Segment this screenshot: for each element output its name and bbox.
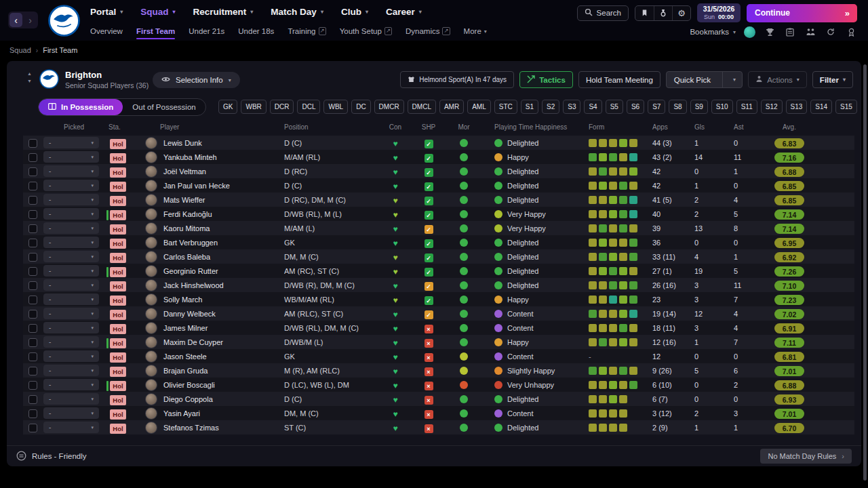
row-checkbox[interactable] <box>28 367 37 375</box>
position-filter-s1[interactable]: S1 <box>521 100 538 114</box>
picked-dropdown[interactable]: -▾ <box>43 365 99 376</box>
subnav-overview[interactable]: Overview <box>90 27 123 39</box>
col-happiness[interactable]: Playing Time Happiness <box>482 123 585 131</box>
gear-icon[interactable]: ⚙ <box>672 6 690 20</box>
continue-button[interactable]: Continue » <box>747 4 857 22</box>
row-checkbox[interactable] <box>28 324 37 333</box>
picked-dropdown[interactable]: -▾ <box>43 407 99 419</box>
player-name[interactable]: Yasin Ayari <box>163 409 200 418</box>
col-sharpness[interactable]: SHP <box>412 123 446 131</box>
position-filter-s12[interactable]: S12 <box>761 100 783 114</box>
col-goals[interactable]: Gls <box>690 123 730 131</box>
position-filter-s7[interactable]: S7 <box>648 100 665 114</box>
position-filter-s3[interactable]: S3 <box>563 100 580 114</box>
row-checkbox[interactable] <box>28 196 37 205</box>
table-row[interactable]: -▾ Hol Ferdi Kadıoğlu D/WB (RL), M (L) ♥… <box>23 207 854 221</box>
row-checkbox[interactable] <box>28 153 37 162</box>
player-name[interactable]: Kaoru Mitoma <box>163 224 210 232</box>
position-filter-wbr[interactable]: WBR <box>241 100 266 114</box>
actions-dropdown[interactable]: Actions ▾ <box>748 71 807 88</box>
menu-recruitment[interactable]: Recruitment▾ <box>193 7 254 17</box>
table-row[interactable]: -▾ Hol Carlos Baleba DM, M (C) ♥ ✓ Delig… <box>23 249 854 264</box>
row-checkbox[interactable] <box>28 182 37 190</box>
row-checkbox[interactable] <box>28 267 37 276</box>
collapse-controls[interactable]: ▲ ▼ <box>27 71 32 83</box>
col-form[interactable]: Form <box>585 123 648 131</box>
table-row[interactable]: -▾ Hol Brajan Gruda M (R), AM (RLC) ♥ × … <box>23 363 854 378</box>
position-filter-s5[interactable]: S5 <box>606 100 623 114</box>
club-crest[interactable] <box>48 5 80 37</box>
position-filter-dmcl[interactable]: DMCL <box>408 100 436 114</box>
player-name[interactable]: Solly March <box>163 296 202 304</box>
row-checkbox[interactable] <box>28 253 37 262</box>
bookmarks-dropdown[interactable]: Bookmarks ▾ <box>690 28 736 36</box>
player-name[interactable]: Diego Coppola <box>163 395 213 403</box>
picked-dropdown[interactable]: -▾ <box>43 251 99 262</box>
picked-dropdown[interactable]: -▾ <box>43 379 99 390</box>
tactics-button[interactable]: Tactics <box>519 71 573 88</box>
col-apps[interactable]: Apps <box>648 123 690 131</box>
picked-dropdown[interactable]: -▾ <box>43 208 99 220</box>
in-possession-tab[interactable]: In Possession <box>39 99 123 115</box>
table-row[interactable]: -▾ Hol Joël Veltman D (RC) ♥ ✓ Delighted… <box>23 164 854 178</box>
picked-dropdown[interactable]: -▾ <box>43 336 99 348</box>
table-row[interactable]: -▾ Hol Jan Paul van Hecke D (C) ♥ ✓ Deli… <box>23 178 854 192</box>
picked-dropdown[interactable]: -▾ <box>43 137 99 148</box>
table-row[interactable]: -▾ Hol Jack Hinshelwood D/WB (R), DM, M … <box>23 278 854 292</box>
player-name[interactable]: Olivier Boscagli <box>163 381 215 389</box>
picked-dropdown[interactable]: -▾ <box>43 222 99 234</box>
table-row[interactable]: -▾ Hol Jason Steele GK ♥ × Content - 12 … <box>23 349 854 363</box>
subnav-under-21s[interactable]: Under 21s <box>189 27 224 39</box>
picked-dropdown[interactable]: -▾ <box>43 194 99 205</box>
col-picked[interactable]: Picked <box>43 123 104 131</box>
player-name[interactable]: Ferdi Kadıoğlu <box>163 210 212 218</box>
position-filter-dcr[interactable]: DCR <box>270 100 294 114</box>
col-assists[interactable]: Ast <box>730 123 770 131</box>
position-filter-dcl[interactable]: DCL <box>297 100 320 114</box>
col-player[interactable]: Player <box>142 123 284 131</box>
sync-icon[interactable] <box>825 26 837 38</box>
date-display[interactable]: 31/5/2026 Sun 00:00 <box>697 3 741 22</box>
player-name[interactable]: Danny Welbeck <box>163 310 216 318</box>
position-filter-s14[interactable]: S14 <box>810 100 832 114</box>
row-checkbox[interactable] <box>28 338 37 347</box>
table-row[interactable]: -▾ Hol Solly March WB/M/AM (RL) ♥ ✓ Happ… <box>23 292 854 306</box>
player-name[interactable]: Bart Verbruggen <box>163 239 218 247</box>
position-filter-s10[interactable]: S10 <box>711 100 733 114</box>
forward-button[interactable]: › <box>24 13 37 27</box>
table-row[interactable]: -▾ Hol Bart Verbruggen GK ♥ ✓ Delighted … <box>23 235 854 249</box>
row-checkbox[interactable] <box>28 210 37 219</box>
match-day-rules-button[interactable]: No Match Day Rules › <box>760 449 852 464</box>
picked-dropdown[interactable]: -▾ <box>43 265 99 277</box>
trophy-icon[interactable] <box>764 26 776 38</box>
col-position[interactable]: Position <box>284 123 379 131</box>
picked-dropdown[interactable]: -▾ <box>43 308 99 319</box>
position-filter-s13[interactable]: S13 <box>786 100 808 114</box>
player-name[interactable]: Carlos Baleba <box>163 253 210 261</box>
filter-dropdown[interactable]: Filter ▾ <box>812 71 853 88</box>
subnav-dynamics[interactable]: Dynamics↗ <box>406 27 450 39</box>
player-name[interactable]: Yankuba Minteh <box>163 153 217 161</box>
picked-dropdown[interactable]: -▾ <box>43 279 99 291</box>
position-filter-stc[interactable]: STC <box>494 100 517 114</box>
row-checkbox[interactable] <box>28 239 37 247</box>
subnav-training[interactable]: Training↗ <box>288 27 326 39</box>
subnav-under-18s[interactable]: Under 18s <box>238 27 274 39</box>
profile-avatar[interactable] <box>744 26 755 38</box>
bookmark-flag-icon[interactable] <box>635 6 654 20</box>
quick-pick-dropdown[interactable]: ▾ <box>727 72 742 87</box>
player-name[interactable]: Brajan Gruda <box>163 367 208 375</box>
player-name[interactable]: Jack Hinshelwood <box>163 281 224 289</box>
position-filter-s2[interactable]: S2 <box>542 100 559 114</box>
row-checkbox[interactable] <box>28 281 37 290</box>
selection-info-dropdown[interactable]: Selection Info ▾ <box>153 72 240 88</box>
menu-career[interactable]: Career▾ <box>386 7 422 17</box>
row-checkbox[interactable] <box>28 139 37 148</box>
hold-team-meeting-button[interactable]: Hold Team Meeting <box>578 71 660 88</box>
player-name[interactable]: Mats Wieffer <box>163 196 205 204</box>
position-filter-s11[interactable]: S11 <box>736 100 757 114</box>
col-condition[interactable]: Con <box>379 123 412 131</box>
org-people-icon[interactable] <box>804 26 816 38</box>
award-icon[interactable] <box>845 26 857 38</box>
table-row[interactable]: -▾ Hol James Milner D/WB (RL), DM, M (C)… <box>23 321 854 335</box>
